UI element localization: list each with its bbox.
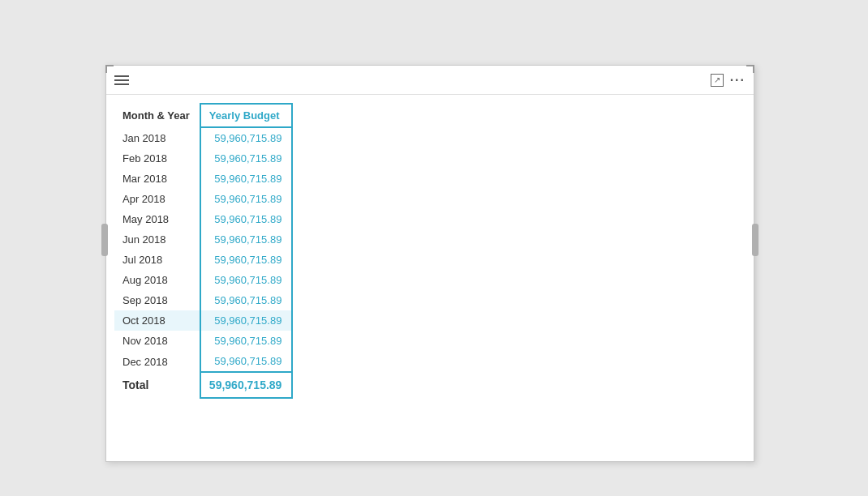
table-row[interactable]: Jun 201859,960,715.89: [114, 229, 292, 250]
expand-icon[interactable]: [711, 74, 724, 87]
cell-budget: 59,960,715.89: [200, 290, 293, 310]
resize-handle-right[interactable]: [752, 224, 758, 256]
cell-budget: 59,960,715.89: [200, 169, 293, 189]
cell-month: Sep 2018: [114, 290, 200, 310]
cell-month: Apr 2018: [114, 189, 200, 209]
cell-month: Aug 2018: [114, 270, 200, 290]
cell-month: Jun 2018: [114, 229, 200, 250]
cell-month: Oct 2018: [114, 310, 200, 331]
table-row[interactable]: Aug 201859,960,715.89: [114, 270, 292, 290]
cell-month: Feb 2018: [114, 148, 200, 169]
toolbar: ···: [106, 66, 754, 95]
table-row[interactable]: Feb 201859,960,715.89: [114, 148, 292, 169]
cell-budget: 59,960,715.89: [200, 270, 293, 290]
toolbar-right: ···: [711, 73, 746, 88]
total-label: Total: [114, 372, 200, 398]
cell-month: Dec 2018: [114, 351, 200, 372]
cell-budget: 59,960,715.89: [200, 229, 293, 250]
col-month-header: Month & Year: [114, 104, 200, 127]
cell-budget: 59,960,715.89: [200, 148, 293, 169]
cell-budget: 59,960,715.89: [200, 310, 293, 331]
total-row: Total 59,960,715.89: [114, 372, 292, 398]
table-row[interactable]: Oct 201859,960,715.89: [114, 310, 292, 331]
window-panel: ··· Month & Year Yearly Budget Jan 20185…: [105, 65, 754, 462]
table-container: Month & Year Yearly Budget Jan 201859,96…: [114, 95, 293, 407]
canvas: ··· Month & Year Yearly Budget Jan 20185…: [0, 0, 868, 496]
resize-handle-left[interactable]: [101, 224, 108, 256]
table-row[interactable]: Nov 201859,960,715.89: [114, 331, 292, 351]
total-value: 59,960,715.89: [200, 372, 293, 398]
cell-budget: 59,960,715.89: [200, 189, 293, 209]
cell-budget: 59,960,715.89: [200, 127, 293, 148]
toolbar-left: [114, 75, 129, 85]
more-icon[interactable]: ···: [730, 73, 746, 88]
table-row[interactable]: Jul 201859,960,715.89: [114, 250, 292, 270]
table-row[interactable]: Sep 201859,960,715.89: [114, 290, 292, 310]
table-row[interactable]: May 201859,960,715.89: [114, 209, 292, 229]
hamburger-icon[interactable]: [114, 75, 129, 85]
cell-month: May 2018: [114, 209, 200, 229]
cell-month: Jul 2018: [114, 250, 200, 270]
cell-budget: 59,960,715.89: [200, 209, 293, 229]
table-row[interactable]: Dec 201859,960,715.89: [114, 351, 292, 372]
table-row[interactable]: Mar 201859,960,715.89: [114, 169, 292, 189]
col-budget-header: Yearly Budget: [200, 104, 293, 127]
cell-budget: 59,960,715.89: [200, 351, 293, 372]
table-row[interactable]: Apr 201859,960,715.89: [114, 189, 292, 209]
cell-budget: 59,960,715.89: [200, 331, 293, 351]
table-row[interactable]: Jan 201859,960,715.89: [114, 127, 292, 148]
cell-month: Mar 2018: [114, 169, 200, 189]
cell-month: Nov 2018: [114, 331, 200, 351]
cell-budget: 59,960,715.89: [200, 250, 293, 270]
data-table: Month & Year Yearly Budget Jan 201859,96…: [114, 103, 293, 399]
cell-month: Jan 2018: [114, 127, 200, 148]
